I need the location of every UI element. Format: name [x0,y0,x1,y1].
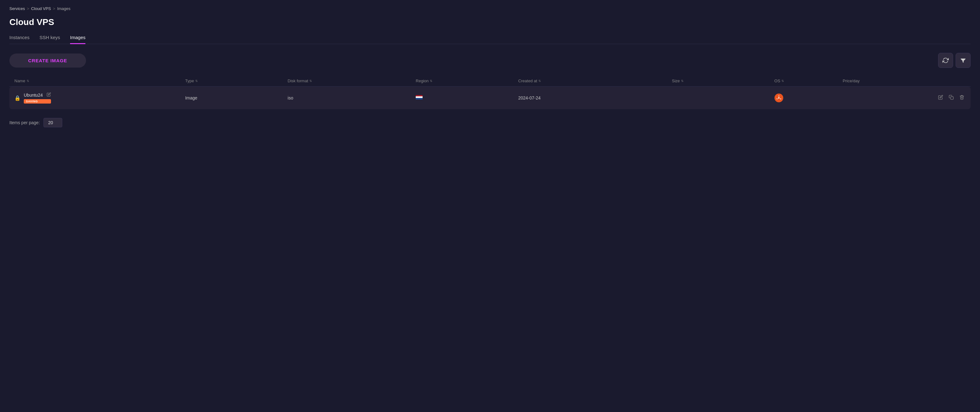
table-row: 🔒 Ubuntu24 SAVING Image iso [10,87,970,109]
ubuntu-icon [775,94,783,102]
tab-sshkeys[interactable]: SSH keys [40,35,60,44]
edit-row-button[interactable] [937,94,944,102]
svg-rect-5 [951,97,953,99]
sort-type-icon: ⇅ [195,79,198,83]
col-size[interactable]: Size ⇅ [672,78,775,83]
pagination-row: Items per page: [10,118,970,127]
sort-createdat-icon: ⇅ [538,79,541,83]
toolbar-icons [938,53,970,68]
breadcrumb-cloudvps[interactable]: Cloud VPS [31,6,51,11]
copy-row-button[interactable] [947,94,955,102]
col-os[interactable]: OS ⇅ [775,78,843,83]
tab-images[interactable]: Images [70,35,85,44]
col-type[interactable]: Type ⇅ [185,78,288,83]
svg-point-4 [776,99,777,99]
breadcrumb: Services > Cloud VPS > Images [10,6,970,11]
tab-bar: Instances SSH keys Images [10,35,970,44]
delete-row-button[interactable] [958,94,966,102]
sort-size-icon: ⇅ [681,79,684,83]
col-diskformat[interactable]: Disk format ⇅ [288,78,416,83]
col-actions [928,78,966,83]
createdat-cell: 2024-07-24 [518,95,672,101]
region-cell [416,95,518,101]
images-table: Name ⇅ Type ⇅ Disk format ⇅ Region ⇅ Cre… [10,75,970,109]
filter-button[interactable] [956,53,970,68]
edit-name-icon[interactable] [47,92,51,98]
sort-os-icon: ⇅ [781,79,784,83]
svg-point-1 [778,97,780,99]
os-cell [775,94,843,102]
toolbar: CREATE IMAGE [10,53,970,68]
filter-icon [960,57,966,64]
table-header: Name ⇅ Type ⇅ Disk format ⇅ Region ⇅ Cre… [10,75,970,87]
breadcrumb-sep-2: > [53,6,56,11]
row-actions [928,94,966,102]
page-title: Cloud VPS [10,17,970,27]
refresh-icon [942,57,949,64]
refresh-button[interactable] [938,53,953,68]
col-name[interactable]: Name ⇅ [14,78,185,83]
col-priceday: Price/day [843,78,928,83]
sort-diskformat-icon: ⇅ [309,79,312,83]
svg-point-3 [780,99,781,99]
sort-region-icon: ⇅ [430,79,432,83]
type-cell: Image [185,95,288,101]
col-createdat[interactable]: Created at ⇅ [518,78,672,83]
row-name: Ubuntu24 [24,92,43,98]
create-image-button[interactable]: CREATE IMAGE [10,54,86,68]
tab-instances[interactable]: Instances [10,35,29,44]
breadcrumb-sep-1: > [27,6,29,11]
items-per-page-label: Items per page: [10,120,40,125]
diskformat-cell: iso [288,95,416,101]
breadcrumb-services[interactable]: Services [10,6,25,11]
sort-name-icon: ⇅ [27,79,29,83]
items-per-page-input[interactable] [43,118,62,127]
col-region[interactable]: Region ⇅ [416,78,518,83]
status-badge: SAVING [24,99,51,103]
svg-point-2 [778,96,779,97]
breadcrumb-images: Images [57,6,71,11]
flag-nl [416,95,423,100]
lock-icon: 🔒 [14,95,21,101]
name-cell: 🔒 Ubuntu24 SAVING [14,92,185,103]
